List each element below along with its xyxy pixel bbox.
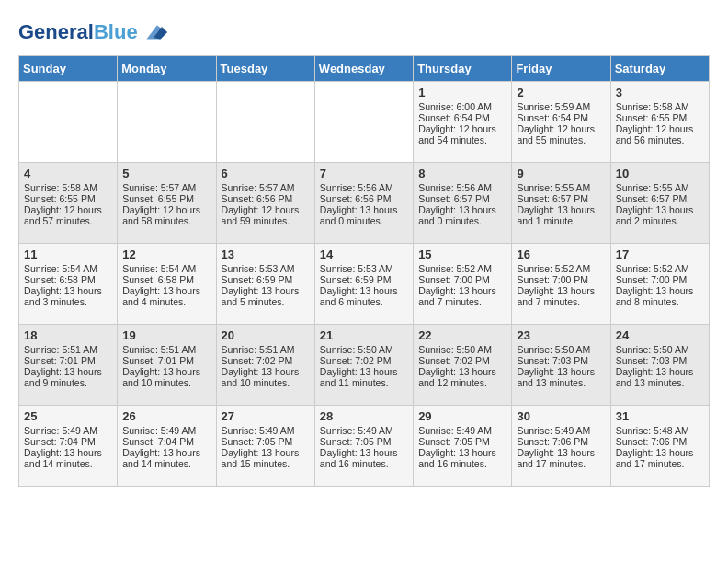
- day-number: 10: [616, 167, 704, 180]
- calendar-day-cell: 14Sunrise: 5:53 AMSunset: 6:59 PMDayligh…: [314, 244, 413, 325]
- day-info-line: Sunrise: 6:00 AM: [418, 101, 506, 112]
- day-info-line: Daylight: 13 hours and 13 minutes.: [616, 366, 704, 388]
- day-info-line: Sunrise: 5:59 AM: [517, 101, 605, 112]
- day-info-line: Daylight: 13 hours and 9 minutes.: [24, 366, 112, 388]
- day-number: 15: [418, 247, 506, 261]
- calendar-day-cell: 9Sunrise: 5:55 AMSunset: 6:57 PMDaylight…: [512, 163, 610, 244]
- day-info-line: Sunrise: 5:49 AM: [320, 425, 408, 436]
- calendar-day-cell: 23Sunrise: 5:50 AMSunset: 7:03 PMDayligh…: [512, 325, 610, 406]
- day-info-line: Sunset: 7:02 PM: [418, 355, 506, 366]
- day-info-line: Sunset: 6:58 PM: [122, 274, 210, 285]
- day-info-line: Sunset: 6:54 PM: [418, 112, 506, 123]
- day-number: 25: [24, 409, 112, 423]
- calendar-day-cell: 4Sunrise: 5:58 AMSunset: 6:55 PMDaylight…: [19, 163, 118, 244]
- day-number: 21: [320, 328, 408, 342]
- day-info-line: Daylight: 13 hours and 1 minute.: [517, 204, 605, 226]
- day-info-line: Sunrise: 5:50 AM: [418, 344, 506, 355]
- day-info-line: Daylight: 13 hours and 17 minutes.: [517, 447, 605, 469]
- day-info-line: Sunset: 7:04 PM: [24, 436, 112, 447]
- day-info-line: Sunrise: 5:54 AM: [122, 263, 210, 274]
- day-number: 12: [122, 247, 210, 261]
- calendar-day-cell: 8Sunrise: 5:56 AMSunset: 6:57 PMDaylight…: [414, 163, 512, 244]
- day-info-line: Sunset: 7:05 PM: [320, 436, 408, 447]
- calendar-day-cell: [216, 82, 314, 163]
- day-info-line: Sunset: 7:06 PM: [517, 436, 605, 447]
- weekday-header-cell: Wednesday: [314, 56, 413, 82]
- page-header: GeneralBlue: [18, 18, 710, 46]
- day-number: 29: [418, 409, 506, 423]
- day-number: 3: [616, 86, 704, 99]
- day-number: 9: [517, 167, 605, 180]
- day-info-line: Daylight: 12 hours and 57 minutes.: [24, 204, 112, 226]
- day-info-line: Daylight: 12 hours and 59 minutes.: [222, 204, 310, 226]
- day-info-line: Daylight: 13 hours and 6 minutes.: [320, 285, 408, 307]
- calendar-day-cell: 19Sunrise: 5:51 AMSunset: 7:01 PMDayligh…: [118, 325, 216, 406]
- day-info-line: Daylight: 13 hours and 3 minutes.: [24, 285, 112, 307]
- day-info-line: Sunset: 7:06 PM: [616, 436, 704, 447]
- calendar-week-row: 11Sunrise: 5:54 AMSunset: 6:58 PMDayligh…: [19, 244, 710, 325]
- weekday-header-cell: Saturday: [610, 56, 709, 82]
- calendar-day-cell: 28Sunrise: 5:49 AMSunset: 7:05 PMDayligh…: [314, 406, 413, 487]
- day-info-line: Sunrise: 5:56 AM: [418, 182, 506, 193]
- day-info-line: Sunset: 6:55 PM: [122, 193, 210, 204]
- calendar-day-cell: 2Sunrise: 5:59 AMSunset: 6:54 PMDaylight…: [512, 82, 610, 163]
- day-number: 11: [24, 247, 112, 261]
- day-number: 19: [122, 328, 210, 342]
- day-number: 13: [222, 247, 310, 261]
- weekday-header-cell: Thursday: [414, 56, 512, 82]
- day-number: 2: [517, 86, 605, 99]
- day-info-line: Daylight: 13 hours and 7 minutes.: [418, 285, 506, 307]
- weekday-header-cell: Sunday: [19, 56, 118, 82]
- day-number: 7: [320, 167, 408, 180]
- day-info-line: Daylight: 13 hours and 4 minutes.: [122, 285, 210, 307]
- day-info-line: Sunset: 6:54 PM: [517, 112, 605, 123]
- calendar-week-row: 1Sunrise: 6:00 AMSunset: 6:54 PMDaylight…: [19, 82, 710, 163]
- day-info-line: Sunset: 6:57 PM: [418, 193, 506, 204]
- logo-text: GeneralBlue: [18, 21, 138, 43]
- calendar-week-row: 18Sunrise: 5:51 AMSunset: 7:01 PMDayligh…: [19, 325, 710, 406]
- day-info-line: Daylight: 13 hours and 10 minutes.: [122, 366, 210, 388]
- calendar-day-cell: 22Sunrise: 5:50 AMSunset: 7:02 PMDayligh…: [414, 325, 512, 406]
- day-number: 24: [616, 328, 704, 342]
- day-info-line: Sunset: 7:01 PM: [24, 355, 112, 366]
- day-number: 20: [222, 328, 310, 342]
- day-info-line: Sunrise: 5:51 AM: [222, 344, 310, 355]
- calendar-day-cell: 31Sunrise: 5:48 AMSunset: 7:06 PMDayligh…: [610, 406, 709, 487]
- weekday-header-cell: Monday: [118, 56, 216, 82]
- day-info-line: Daylight: 13 hours and 14 minutes.: [122, 447, 210, 469]
- calendar-day-cell: 20Sunrise: 5:51 AMSunset: 7:02 PMDayligh…: [216, 325, 314, 406]
- day-number: 23: [517, 328, 605, 342]
- calendar-week-row: 25Sunrise: 5:49 AMSunset: 7:04 PMDayligh…: [19, 406, 710, 487]
- day-info-line: Sunset: 6:55 PM: [616, 112, 704, 123]
- calendar-day-cell: 7Sunrise: 5:56 AMSunset: 6:56 PMDaylight…: [314, 163, 413, 244]
- day-info-line: Sunrise: 5:49 AM: [418, 425, 506, 436]
- calendar-day-cell: 12Sunrise: 5:54 AMSunset: 6:58 PMDayligh…: [118, 244, 216, 325]
- day-info-line: Sunset: 6:56 PM: [222, 193, 310, 204]
- day-number: 31: [616, 409, 704, 423]
- day-number: 28: [320, 409, 408, 423]
- day-info-line: Daylight: 13 hours and 13 minutes.: [517, 366, 605, 388]
- day-number: 26: [122, 409, 210, 423]
- day-info-line: Sunset: 7:02 PM: [320, 355, 408, 366]
- day-number: 5: [122, 167, 210, 180]
- calendar-day-cell: 24Sunrise: 5:50 AMSunset: 7:03 PMDayligh…: [610, 325, 709, 406]
- calendar-day-cell: 26Sunrise: 5:49 AMSunset: 7:04 PMDayligh…: [118, 406, 216, 487]
- day-number: 30: [517, 409, 605, 423]
- day-info-line: Sunrise: 5:55 AM: [616, 182, 704, 193]
- day-info-line: Daylight: 12 hours and 55 minutes.: [517, 123, 605, 145]
- day-number: 22: [418, 328, 506, 342]
- calendar-day-cell: 11Sunrise: 5:54 AMSunset: 6:58 PMDayligh…: [19, 244, 118, 325]
- day-info-line: Daylight: 12 hours and 58 minutes.: [122, 204, 210, 226]
- day-info-line: Sunset: 7:00 PM: [616, 274, 704, 285]
- day-info-line: Sunset: 7:02 PM: [222, 355, 310, 366]
- day-info-line: Sunrise: 5:54 AM: [24, 263, 112, 274]
- calendar-day-cell: 16Sunrise: 5:52 AMSunset: 7:00 PMDayligh…: [512, 244, 610, 325]
- day-info-line: Sunrise: 5:52 AM: [517, 263, 605, 274]
- day-info-line: Sunrise: 5:56 AM: [320, 182, 408, 193]
- day-info-line: Daylight: 12 hours and 56 minutes.: [616, 123, 704, 145]
- day-info-line: Sunrise: 5:58 AM: [616, 101, 704, 112]
- calendar-day-cell: 3Sunrise: 5:58 AMSunset: 6:55 PMDaylight…: [610, 82, 709, 163]
- calendar-day-cell: [19, 82, 118, 163]
- day-number: 16: [517, 247, 605, 261]
- day-number: 18: [24, 328, 112, 342]
